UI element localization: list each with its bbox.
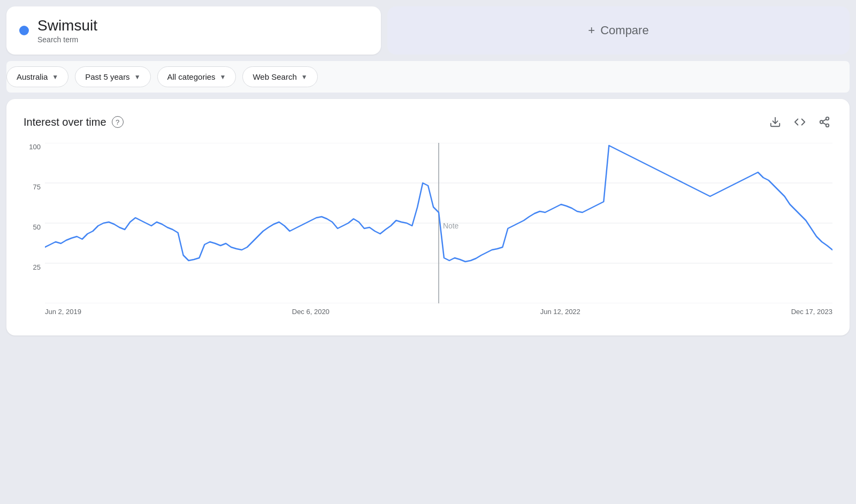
- filter-timerange[interactable]: Past 5 years ▼: [75, 66, 150, 87]
- share-button[interactable]: [816, 114, 832, 130]
- svg-line-4: [823, 123, 826, 125]
- y-label-50: 50: [24, 223, 45, 231]
- help-icon[interactable]: ?: [112, 116, 124, 128]
- svg-line-5: [823, 119, 826, 121]
- chevron-down-icon: ▼: [134, 73, 141, 81]
- line-chart-svg: Note: [45, 143, 832, 303]
- search-label: Search term: [37, 35, 97, 44]
- download-button[interactable]: [767, 114, 783, 130]
- search-term-card: Swimsuit Search term: [6, 6, 381, 55]
- filter-category-label: All categories: [167, 72, 216, 81]
- search-text: Swimsuit Search term: [37, 17, 97, 44]
- x-label-1: Jun 2, 2019: [45, 308, 81, 316]
- x-label-3: Jun 12, 2022: [540, 308, 580, 316]
- x-axis: Jun 2, 2019 Dec 6, 2020 Jun 12, 2022 Dec…: [45, 303, 832, 325]
- search-term: Swimsuit: [37, 17, 97, 34]
- compare-label: Compare: [600, 24, 648, 37]
- filter-region-label: Australia: [17, 72, 48, 81]
- chart-container: 100 75 50 25 Note Jun 2: [24, 143, 832, 325]
- x-label-4: Dec 17, 2023: [791, 308, 832, 316]
- filter-searchtype-label: Web Search: [253, 72, 296, 81]
- y-label-100: 100: [24, 143, 45, 151]
- y-axis: 100 75 50 25: [24, 143, 45, 303]
- interest-over-time-card: Interest over time ?: [6, 99, 850, 335]
- chart-actions: [767, 114, 832, 130]
- compare-plus-icon: +: [588, 24, 595, 37]
- chevron-down-icon: ▼: [52, 73, 58, 81]
- chart-svg-area: Note: [45, 143, 832, 303]
- chevron-down-icon: ▼: [220, 73, 226, 81]
- y-label-75: 75: [24, 183, 45, 191]
- chevron-down-icon: ▼: [301, 73, 308, 81]
- y-label-25: 25: [24, 263, 45, 271]
- filter-timerange-label: Past 5 years: [85, 72, 129, 81]
- filters-row: Australia ▼ Past 5 years ▼ All categorie…: [6, 61, 850, 93]
- chart-title: Interest over time: [24, 116, 106, 128]
- filter-region[interactable]: Australia ▼: [6, 66, 68, 87]
- chart-title-area: Interest over time ?: [24, 116, 124, 128]
- svg-text:Note: Note: [443, 222, 459, 230]
- search-dot: [19, 26, 29, 35]
- filter-category[interactable]: All categories ▼: [157, 66, 236, 87]
- chart-header: Interest over time ?: [24, 114, 832, 130]
- x-label-2: Dec 6, 2020: [292, 308, 330, 316]
- embed-button[interactable]: [792, 114, 808, 130]
- compare-card[interactable]: + Compare: [387, 6, 850, 55]
- filter-searchtype[interactable]: Web Search ▼: [242, 66, 317, 87]
